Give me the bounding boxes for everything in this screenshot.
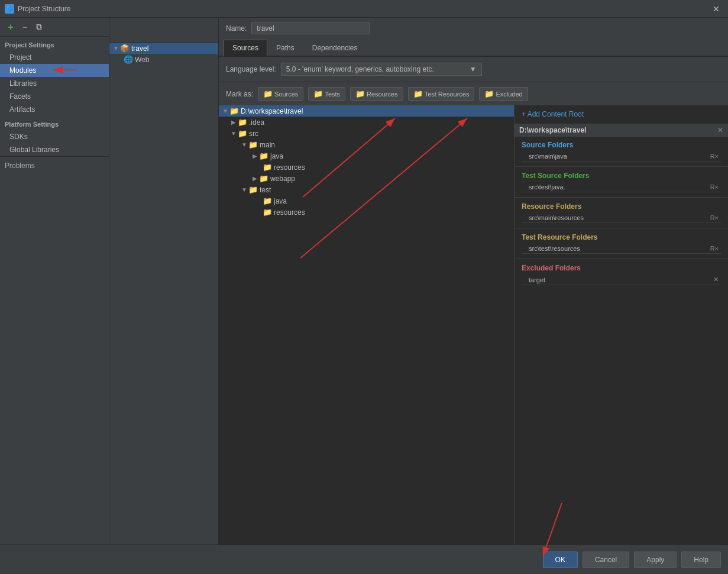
sidebar-item-modules[interactable]: Modules — [0, 64, 109, 77]
sidebar-item-libraries[interactable]: Libraries — [0, 77, 109, 90]
tree-label-src: src — [249, 130, 258, 138]
sidebar-item-project-label: Project — [9, 53, 31, 62]
sidebar-item-global-libraries[interactable]: Global Libraries — [0, 143, 109, 156]
content-root-header: D:\workspace\travel ✕ — [515, 123, 728, 137]
test-source-folder-action-rx[interactable]: R× — [710, 183, 719, 191]
tree-label-resources: resources — [274, 163, 305, 172]
sources-split-view: ▼ 📁 D:\workspace\travel ▶ 📁 .idea — [219, 105, 728, 574]
add-button[interactable]: + — [5, 21, 17, 33]
toggle-travel[interactable]: ▼ — [112, 45, 120, 51]
sidebar-toolbar: + − ⧉ — [0, 18, 109, 37]
resource-folder-path-0: src\main\resources — [529, 214, 710, 221]
tree-label-test-java: java — [274, 197, 287, 205]
tab-sources[interactable]: Sources — [224, 40, 267, 57]
resource-folder-action-rx[interactable]: R× — [710, 214, 719, 221]
ok-button[interactable]: OK — [543, 552, 578, 568]
content-root-path: D:\workspace\travel — [519, 126, 586, 134]
toggle-src[interactable]: ▼ — [229, 130, 238, 137]
tree-item-webapp[interactable]: ▶ 📁 webapp — [219, 173, 514, 184]
main-container: + − ⧉ Project Settings Project Modules L… — [0, 18, 728, 574]
source-folders-title: Source Folders — [522, 141, 721, 149]
source-folder-path-0: src\main\java — [529, 153, 710, 160]
right-content: Name: Sources Paths Dependencies — [219, 18, 728, 574]
tree-item-idea[interactable]: ▶ 📁 .idea — [219, 117, 514, 128]
sidebar-item-sdks-label: SDKs — [9, 133, 28, 141]
folder-icon-idea: 📁 — [238, 118, 247, 127]
name-input[interactable] — [251, 22, 370, 34]
bottom-bar: OK Cancel Apply Help — [0, 544, 728, 574]
tree-item-test-java[interactable]: 📁 java — [219, 195, 514, 207]
divider-3 — [515, 228, 728, 228]
lang-level-select[interactable]: 5.0 - 'enum' keyword, generics, autoboxi… — [281, 63, 482, 76]
test-resource-folders-section: Test Resource Folders src\test\resources… — [515, 230, 728, 257]
mark-as-resources-button[interactable]: 📁 Resources — [350, 87, 403, 101]
sidebar-item-artifacts[interactable]: Artifacts — [0, 103, 109, 116]
tab-dependencies[interactable]: Dependencies — [303, 40, 367, 57]
title-bar-left: 🔷 Project Structure — [5, 4, 70, 14]
source-folder-action-rx[interactable]: R× — [710, 153, 719, 160]
folder-icon-root: 📁 — [229, 107, 239, 115]
tree-item-root[interactable]: ▼ 📁 D:\workspace\travel — [219, 105, 514, 117]
toggle-root[interactable]: ▼ — [221, 108, 229, 114]
test-resource-folders-title: Test Resource Folders — [522, 233, 721, 241]
module-item-web[interactable]: 🌐 Web — [109, 54, 218, 65]
tree-label-test-resources: resources — [274, 208, 305, 217]
source-folder-item-0: src\main\java R× — [522, 151, 721, 162]
apply-button[interactable]: Apply — [634, 552, 677, 568]
divider-4 — [515, 259, 728, 259]
mark-as-excluded-button[interactable]: 📁 Excluded — [479, 87, 528, 101]
toggle-java[interactable]: ▶ — [251, 153, 259, 159]
name-label-text: Name: — [226, 24, 247, 33]
tree-item-test-resources[interactable]: 📁 resources — [219, 207, 514, 218]
add-content-root-button[interactable]: + Add Content Root — [515, 105, 728, 123]
mark-as-test-resources-button[interactable]: 📁 Test Resources — [408, 87, 475, 101]
mark-as-row: Mark as: 📁 Sources 📁 Tests 📁 Resources — [219, 82, 728, 105]
window-title: Project Structure — [18, 5, 70, 13]
tree-label-test: test — [260, 186, 271, 194]
tree-label-idea: .idea — [249, 118, 264, 127]
add-content-root-label: + Add Content Root — [522, 110, 584, 118]
tree-item-test[interactable]: ▼ 📁 test — [219, 184, 514, 195]
mark-excluded-label: Excluded — [496, 91, 522, 98]
source-folders-section: Source Folders src\main\java R× — [515, 137, 728, 165]
toggle-idea[interactable]: ▶ — [229, 119, 238, 125]
tabs-bar: Sources Paths Dependencies — [219, 40, 728, 57]
toggle-test[interactable]: ▼ — [240, 186, 248, 193]
tree-item-main[interactable]: ▼ 📁 main — [219, 139, 514, 150]
mark-tests-label: Tests — [325, 91, 340, 98]
help-button[interactable]: Help — [681, 552, 721, 568]
folder-icon-test: 📁 — [248, 185, 258, 194]
mark-as-sources-button[interactable]: 📁 Sources — [258, 87, 303, 101]
sidebar-item-facets[interactable]: Facets — [0, 90, 109, 103]
content-root-close-icon[interactable]: ✕ — [717, 126, 723, 134]
file-tree: ▼ 📁 D:\workspace\travel ▶ 📁 .idea — [219, 105, 515, 574]
copy-button[interactable]: ⧉ — [33, 21, 45, 33]
sidebar-item-project[interactable]: Project — [0, 51, 109, 64]
excluded-folder-path-0: target — [529, 276, 713, 283]
sidebar-item-artifacts-label: Artifacts — [9, 105, 35, 114]
name-bar: Name: — [219, 18, 728, 40]
tree-item-resources[interactable]: 📁 resources — [219, 162, 514, 173]
toggle-main[interactable]: ▼ — [240, 141, 248, 148]
close-button[interactable]: ✕ — [709, 4, 723, 14]
sidebar-item-problems[interactable]: Problems — [0, 156, 109, 172]
tree-item-java[interactable]: ▶ 📁 java — [219, 150, 514, 162]
module-icon-web: 🌐 — [124, 55, 133, 64]
remove-button[interactable]: − — [19, 21, 31, 33]
tree-label-java: java — [270, 152, 283, 160]
test-resource-folder-action-rx[interactable]: R× — [710, 245, 719, 252]
tests-folder-icon: 📁 — [313, 89, 323, 98]
cancel-button[interactable]: Cancel — [583, 552, 629, 568]
folder-icon-resources: 📁 — [263, 163, 272, 172]
excluded-folders-section: Excluded Folders target ✕ — [515, 260, 728, 289]
mark-as-tests-button[interactable]: 📁 Tests — [308, 87, 345, 101]
tree-label-main: main — [260, 141, 275, 149]
source-folder-actions-0: R× — [710, 153, 719, 160]
tab-paths[interactable]: Paths — [267, 40, 303, 57]
excluded-folder-item-0: target ✕ — [522, 275, 721, 285]
module-item-travel[interactable]: ▼ 📦 travel — [109, 43, 218, 54]
toggle-webapp[interactable]: ▶ — [251, 175, 259, 182]
excluded-folder-action-x[interactable]: ✕ — [713, 276, 719, 283]
sidebar-item-sdks[interactable]: SDKs — [0, 130, 109, 143]
tree-item-src[interactable]: ▼ 📁 src — [219, 128, 514, 139]
